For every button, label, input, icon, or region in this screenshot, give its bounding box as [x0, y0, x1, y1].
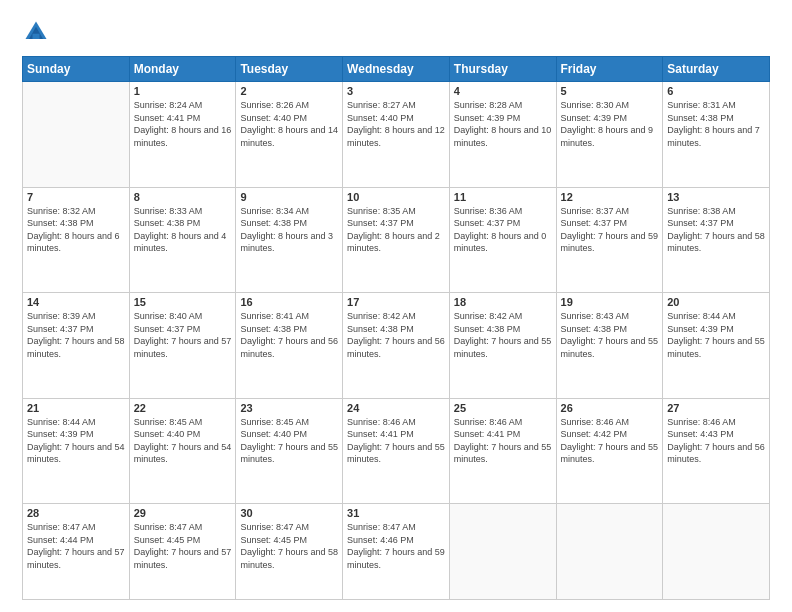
day-info: Sunrise: 8:38 AMSunset: 4:37 PMDaylight:… — [667, 205, 765, 255]
weekday-header-wednesday: Wednesday — [343, 57, 450, 82]
day-info: Sunrise: 8:35 AMSunset: 4:37 PMDaylight:… — [347, 205, 445, 255]
calendar-header: SundayMondayTuesdayWednesdayThursdayFrid… — [23, 57, 770, 82]
day-number: 18 — [454, 296, 552, 308]
calendar-cell — [663, 504, 770, 600]
calendar-cell: 7Sunrise: 8:32 AMSunset: 4:38 PMDaylight… — [23, 187, 130, 293]
calendar-cell: 20Sunrise: 8:44 AMSunset: 4:39 PMDayligh… — [663, 293, 770, 399]
day-number: 25 — [454, 402, 552, 414]
day-info: Sunrise: 8:47 AMSunset: 4:45 PMDaylight:… — [134, 521, 232, 571]
day-number: 5 — [561, 85, 659, 97]
calendar-cell: 17Sunrise: 8:42 AMSunset: 4:38 PMDayligh… — [343, 293, 450, 399]
page: SundayMondayTuesdayWednesdayThursdayFrid… — [0, 0, 792, 612]
weekday-header-friday: Friday — [556, 57, 663, 82]
calendar-cell: 21Sunrise: 8:44 AMSunset: 4:39 PMDayligh… — [23, 398, 130, 504]
day-number: 19 — [561, 296, 659, 308]
svg-rect-2 — [33, 34, 40, 39]
day-info: Sunrise: 8:34 AMSunset: 4:38 PMDaylight:… — [240, 205, 338, 255]
calendar-cell: 28Sunrise: 8:47 AMSunset: 4:44 PMDayligh… — [23, 504, 130, 600]
day-number: 13 — [667, 191, 765, 203]
calendar-week-row: 7Sunrise: 8:32 AMSunset: 4:38 PMDaylight… — [23, 187, 770, 293]
calendar-table: SundayMondayTuesdayWednesdayThursdayFrid… — [22, 56, 770, 600]
calendar-cell: 11Sunrise: 8:36 AMSunset: 4:37 PMDayligh… — [449, 187, 556, 293]
day-number: 8 — [134, 191, 232, 203]
day-number: 28 — [27, 507, 125, 519]
day-number: 20 — [667, 296, 765, 308]
weekday-header-thursday: Thursday — [449, 57, 556, 82]
calendar-cell: 14Sunrise: 8:39 AMSunset: 4:37 PMDayligh… — [23, 293, 130, 399]
calendar-week-row: 21Sunrise: 8:44 AMSunset: 4:39 PMDayligh… — [23, 398, 770, 504]
calendar-cell: 19Sunrise: 8:43 AMSunset: 4:38 PMDayligh… — [556, 293, 663, 399]
day-number: 11 — [454, 191, 552, 203]
calendar-cell: 25Sunrise: 8:46 AMSunset: 4:41 PMDayligh… — [449, 398, 556, 504]
day-number: 14 — [27, 296, 125, 308]
calendar-cell: 12Sunrise: 8:37 AMSunset: 4:37 PMDayligh… — [556, 187, 663, 293]
day-number: 29 — [134, 507, 232, 519]
day-number: 23 — [240, 402, 338, 414]
header — [22, 18, 770, 46]
day-number: 16 — [240, 296, 338, 308]
day-info: Sunrise: 8:44 AMSunset: 4:39 PMDaylight:… — [667, 310, 765, 360]
day-number: 10 — [347, 191, 445, 203]
calendar-cell: 24Sunrise: 8:46 AMSunset: 4:41 PMDayligh… — [343, 398, 450, 504]
calendar-cell: 1Sunrise: 8:24 AMSunset: 4:41 PMDaylight… — [129, 82, 236, 188]
weekday-header-monday: Monday — [129, 57, 236, 82]
calendar-week-row: 28Sunrise: 8:47 AMSunset: 4:44 PMDayligh… — [23, 504, 770, 600]
calendar-cell: 10Sunrise: 8:35 AMSunset: 4:37 PMDayligh… — [343, 187, 450, 293]
day-info: Sunrise: 8:36 AMSunset: 4:37 PMDaylight:… — [454, 205, 552, 255]
logo-icon — [22, 18, 50, 46]
calendar-cell: 8Sunrise: 8:33 AMSunset: 4:38 PMDaylight… — [129, 187, 236, 293]
day-number: 24 — [347, 402, 445, 414]
calendar-cell: 27Sunrise: 8:46 AMSunset: 4:43 PMDayligh… — [663, 398, 770, 504]
day-info: Sunrise: 8:30 AMSunset: 4:39 PMDaylight:… — [561, 99, 659, 149]
day-info: Sunrise: 8:47 AMSunset: 4:45 PMDaylight:… — [240, 521, 338, 571]
day-number: 26 — [561, 402, 659, 414]
day-number: 6 — [667, 85, 765, 97]
day-info: Sunrise: 8:43 AMSunset: 4:38 PMDaylight:… — [561, 310, 659, 360]
day-info: Sunrise: 8:28 AMSunset: 4:39 PMDaylight:… — [454, 99, 552, 149]
day-number: 7 — [27, 191, 125, 203]
day-number: 30 — [240, 507, 338, 519]
day-info: Sunrise: 8:26 AMSunset: 4:40 PMDaylight:… — [240, 99, 338, 149]
calendar-cell: 15Sunrise: 8:40 AMSunset: 4:37 PMDayligh… — [129, 293, 236, 399]
day-number: 31 — [347, 507, 445, 519]
day-info: Sunrise: 8:33 AMSunset: 4:38 PMDaylight:… — [134, 205, 232, 255]
day-number: 27 — [667, 402, 765, 414]
day-number: 9 — [240, 191, 338, 203]
day-info: Sunrise: 8:45 AMSunset: 4:40 PMDaylight:… — [134, 416, 232, 466]
calendar-cell: 6Sunrise: 8:31 AMSunset: 4:38 PMDaylight… — [663, 82, 770, 188]
calendar-cell: 29Sunrise: 8:47 AMSunset: 4:45 PMDayligh… — [129, 504, 236, 600]
day-info: Sunrise: 8:47 AMSunset: 4:44 PMDaylight:… — [27, 521, 125, 571]
day-info: Sunrise: 8:39 AMSunset: 4:37 PMDaylight:… — [27, 310, 125, 360]
day-number: 3 — [347, 85, 445, 97]
calendar-week-row: 14Sunrise: 8:39 AMSunset: 4:37 PMDayligh… — [23, 293, 770, 399]
day-info: Sunrise: 8:42 AMSunset: 4:38 PMDaylight:… — [454, 310, 552, 360]
calendar-cell: 16Sunrise: 8:41 AMSunset: 4:38 PMDayligh… — [236, 293, 343, 399]
day-info: Sunrise: 8:46 AMSunset: 4:41 PMDaylight:… — [454, 416, 552, 466]
calendar-cell: 5Sunrise: 8:30 AMSunset: 4:39 PMDaylight… — [556, 82, 663, 188]
day-info: Sunrise: 8:46 AMSunset: 4:42 PMDaylight:… — [561, 416, 659, 466]
logo — [22, 18, 54, 46]
day-info: Sunrise: 8:47 AMSunset: 4:46 PMDaylight:… — [347, 521, 445, 571]
calendar-cell: 31Sunrise: 8:47 AMSunset: 4:46 PMDayligh… — [343, 504, 450, 600]
day-number: 21 — [27, 402, 125, 414]
day-info: Sunrise: 8:32 AMSunset: 4:38 PMDaylight:… — [27, 205, 125, 255]
day-number: 1 — [134, 85, 232, 97]
day-number: 17 — [347, 296, 445, 308]
day-info: Sunrise: 8:41 AMSunset: 4:38 PMDaylight:… — [240, 310, 338, 360]
calendar-cell: 2Sunrise: 8:26 AMSunset: 4:40 PMDaylight… — [236, 82, 343, 188]
day-info: Sunrise: 8:24 AMSunset: 4:41 PMDaylight:… — [134, 99, 232, 149]
weekday-header-tuesday: Tuesday — [236, 57, 343, 82]
calendar-week-row: 1Sunrise: 8:24 AMSunset: 4:41 PMDaylight… — [23, 82, 770, 188]
calendar-cell — [449, 504, 556, 600]
calendar-body: 1Sunrise: 8:24 AMSunset: 4:41 PMDaylight… — [23, 82, 770, 600]
calendar-cell: 4Sunrise: 8:28 AMSunset: 4:39 PMDaylight… — [449, 82, 556, 188]
calendar-cell: 13Sunrise: 8:38 AMSunset: 4:37 PMDayligh… — [663, 187, 770, 293]
day-info: Sunrise: 8:27 AMSunset: 4:40 PMDaylight:… — [347, 99, 445, 149]
calendar-cell: 26Sunrise: 8:46 AMSunset: 4:42 PMDayligh… — [556, 398, 663, 504]
day-info: Sunrise: 8:42 AMSunset: 4:38 PMDaylight:… — [347, 310, 445, 360]
calendar-cell: 3Sunrise: 8:27 AMSunset: 4:40 PMDaylight… — [343, 82, 450, 188]
day-info: Sunrise: 8:40 AMSunset: 4:37 PMDaylight:… — [134, 310, 232, 360]
day-info: Sunrise: 8:31 AMSunset: 4:38 PMDaylight:… — [667, 99, 765, 149]
day-number: 4 — [454, 85, 552, 97]
calendar-cell: 22Sunrise: 8:45 AMSunset: 4:40 PMDayligh… — [129, 398, 236, 504]
